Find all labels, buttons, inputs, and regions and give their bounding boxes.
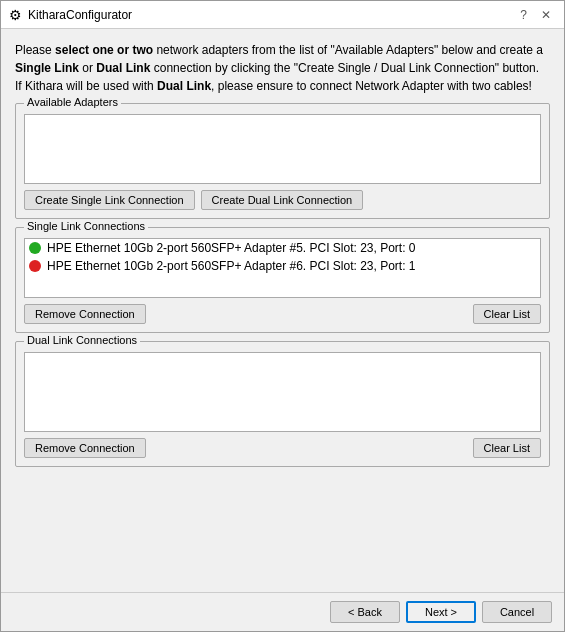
single-link-title: Single Link Connections bbox=[24, 220, 148, 232]
footer: < Back Next > Cancel bbox=[1, 592, 564, 631]
bold-dual: Dual Link bbox=[96, 61, 150, 75]
instructions: Please select one or two network adapter… bbox=[15, 41, 550, 95]
single-link-content: HPE Ethernet 10Gb 2-port 560SFP+ Adapter… bbox=[16, 228, 549, 332]
create-dual-button[interactable]: Create Dual Link Connection bbox=[201, 190, 364, 210]
create-single-button[interactable]: Create Single Link Connection bbox=[24, 190, 195, 210]
available-adapters-title: Available Adapters bbox=[24, 96, 121, 108]
dual-clear-list-button[interactable]: Clear List bbox=[473, 438, 541, 458]
bold-select: select one or two bbox=[55, 43, 153, 57]
quote-available: "Available Adapters" bbox=[330, 43, 438, 57]
main-content: Please select one or two network adapter… bbox=[1, 29, 564, 592]
instruction-line2: If Kithara will be used with Dual Link, … bbox=[15, 77, 550, 95]
close-button[interactable]: ✕ bbox=[536, 7, 556, 23]
single-link-list[interactable]: HPE Ethernet 10Gb 2-port 560SFP+ Adapter… bbox=[24, 238, 541, 298]
adapter-btn-row: Create Single Link Connection Create Dua… bbox=[24, 190, 541, 210]
available-adapters-group: Available Adapters Create Single Link Co… bbox=[15, 103, 550, 219]
help-button[interactable]: ? bbox=[515, 7, 532, 23]
next-button[interactable]: Next > bbox=[406, 601, 476, 623]
title-bar-left: ⚙ KitharaConfigurator bbox=[9, 7, 132, 23]
title-bar: ⚙ KitharaConfigurator ? ✕ bbox=[1, 1, 564, 29]
dual-link-list[interactable] bbox=[24, 352, 541, 432]
available-adapters-list[interactable] bbox=[24, 114, 541, 184]
bold-single: Single Link bbox=[15, 61, 79, 75]
dual-link-btn-row: Remove Connection Clear List bbox=[24, 438, 541, 458]
single-remove-connection-button[interactable]: Remove Connection bbox=[24, 304, 146, 324]
single-clear-list-button[interactable]: Clear List bbox=[473, 304, 541, 324]
dual-link-title: Dual Link Connections bbox=[24, 334, 140, 346]
main-window: ⚙ KitharaConfigurator ? ✕ Please select … bbox=[0, 0, 565, 632]
single-item-0-text: HPE Ethernet 10Gb 2-port 560SFP+ Adapter… bbox=[47, 241, 416, 255]
dual-link-group: Dual Link Connections Remove Connection … bbox=[15, 341, 550, 467]
app-icon: ⚙ bbox=[9, 7, 22, 23]
title-bar-controls: ? ✕ bbox=[515, 7, 556, 23]
single-link-btn-row: Remove Connection Clear List bbox=[24, 304, 541, 324]
single-item-1-text: HPE Ethernet 10Gb 2-port 560SFP+ Adapter… bbox=[47, 259, 416, 273]
back-button[interactable]: < Back bbox=[330, 601, 400, 623]
available-adapters-content: Create Single Link Connection Create Dua… bbox=[16, 104, 549, 218]
window-title: KitharaConfigurator bbox=[28, 8, 132, 22]
dual-link-content: Remove Connection Clear List bbox=[16, 342, 549, 466]
single-link-group: Single Link Connections HPE Ethernet 10G… bbox=[15, 227, 550, 333]
cancel-button[interactable]: Cancel bbox=[482, 601, 552, 623]
list-item[interactable]: HPE Ethernet 10Gb 2-port 560SFP+ Adapter… bbox=[25, 257, 540, 275]
instruction-line1: Please select one or two network adapter… bbox=[15, 41, 550, 77]
status-dot-red bbox=[29, 260, 41, 272]
dual-remove-connection-button[interactable]: Remove Connection bbox=[24, 438, 146, 458]
bold-duallink: Dual Link bbox=[157, 79, 211, 93]
list-item[interactable]: HPE Ethernet 10Gb 2-port 560SFP+ Adapter… bbox=[25, 239, 540, 257]
status-dot-green bbox=[29, 242, 41, 254]
